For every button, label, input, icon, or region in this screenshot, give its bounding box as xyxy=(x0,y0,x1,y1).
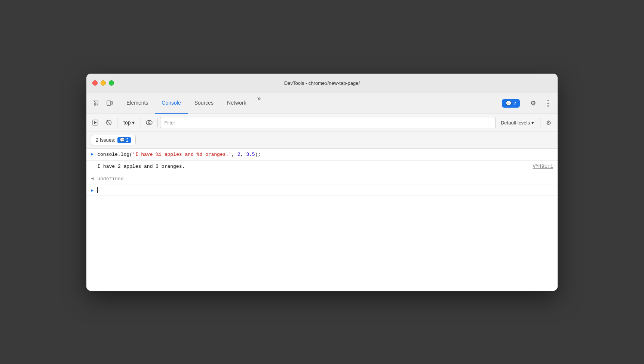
tab-console[interactable]: Console xyxy=(155,93,187,114)
tab-sources[interactable]: Sources xyxy=(188,93,220,114)
issues-pill-icon: 💬 xyxy=(120,138,125,142)
run-script-button[interactable] xyxy=(89,117,101,129)
undefined-content: undefined xyxy=(97,175,553,183)
console-entry-log-call: ▶ console.log('I have %i apples and %d o… xyxy=(86,149,558,161)
code-comma-1: , xyxy=(231,152,237,157)
toolbar-divider-1 xyxy=(117,118,117,127)
log-output-text: I have 2 apples and 3 oranges. xyxy=(97,163,185,170)
context-dropdown-arrow: ▾ xyxy=(132,120,135,126)
console-entry-log-output: ▶ I have 2 apples and 3 oranges. VM491:1 xyxy=(86,161,558,173)
right-divider xyxy=(523,98,523,108)
vm-link[interactable]: VM491:1 xyxy=(525,163,553,170)
code-num-2: 2 xyxy=(237,152,240,157)
devtools-window: DevTools - chrome://new-tab-page/ Elemen… xyxy=(86,74,558,291)
code-string-arg: 'I have %i apples and %d oranges.' xyxy=(132,152,231,157)
inspector-icon-button[interactable] xyxy=(89,96,103,110)
code-close-paren: ); xyxy=(255,152,261,157)
device-toolbar-icon-button[interactable] xyxy=(103,96,116,110)
console-prompt-entry[interactable]: ▶ xyxy=(86,185,558,196)
minimize-button[interactable] xyxy=(101,80,106,86)
issues-count: 2 xyxy=(513,101,516,106)
traffic-lights xyxy=(92,80,114,86)
live-expressions-button[interactable] xyxy=(143,117,155,129)
devtools-header: Elements Console Sources Network » 💬 2 ⚙… xyxy=(86,93,558,114)
main-tabs: Elements Console Sources Network » xyxy=(120,93,502,114)
issues-badge-button[interactable]: 💬 2 xyxy=(502,99,520,108)
toolbar-divider-2 xyxy=(141,118,141,127)
console-output: ▶ console.log('I have %i apples and %d o… xyxy=(86,149,558,291)
svg-point-7 xyxy=(146,120,152,125)
code-num-3-5: 3.5 xyxy=(246,152,255,157)
svg-line-6 xyxy=(107,121,111,125)
prompt-arrow: ▶ xyxy=(91,187,93,193)
issues-bar-label: 2 Issues: xyxy=(96,137,115,143)
tab-network[interactable]: Network xyxy=(220,93,253,114)
svg-marker-4 xyxy=(94,121,97,124)
tab-elements[interactable]: Elements xyxy=(120,93,155,114)
more-tabs-button[interactable]: » xyxy=(253,93,265,105)
return-arrow: ◀ xyxy=(91,175,93,181)
title-bar: DevTools - chrome://new-tab-page/ xyxy=(86,74,558,93)
undefined-text: undefined xyxy=(97,176,123,182)
svg-point-8 xyxy=(148,122,150,124)
clear-console-button[interactable] xyxy=(103,117,115,129)
log-output-row: I have 2 apples and 3 oranges. VM491:1 xyxy=(97,163,553,170)
default-levels-arrow: ▾ xyxy=(531,120,534,126)
header-right-actions: 💬 2 ⚙ ⋮ xyxy=(502,96,555,110)
context-label: top xyxy=(123,120,131,126)
default-levels-label: Default levels xyxy=(501,120,530,126)
code-comma-2: , xyxy=(240,152,246,157)
toolbar-divider-3 xyxy=(157,118,158,127)
window-title: DevTools - chrome://new-tab-page/ xyxy=(284,80,360,86)
filter-input[interactable] xyxy=(160,117,495,128)
toolbar-divider-4 xyxy=(540,118,540,127)
header-divider xyxy=(118,98,118,108)
more-options-button[interactable]: ⋮ xyxy=(541,96,555,110)
issues-pill-button[interactable]: 2 Issues: 💬 2 xyxy=(91,135,136,145)
issues-bar: 2 Issues: 💬 2 xyxy=(86,132,558,149)
console-settings-button[interactable]: ⚙ xyxy=(543,117,555,129)
console-toolbar: top ▾ Default levels ▾ ⚙ xyxy=(86,114,558,132)
console-entry-undefined: ◀ undefined xyxy=(86,173,558,185)
maximize-button[interactable] xyxy=(109,80,114,86)
issues-chat-icon: 💬 xyxy=(506,101,512,106)
settings-gear-button[interactable]: ⚙ xyxy=(526,96,540,110)
default-levels-dropdown[interactable]: Default levels ▾ xyxy=(497,118,538,127)
code-consolelog-prefix: console.log( xyxy=(97,152,132,157)
input-cursor xyxy=(97,187,98,193)
issues-pill-count: 2 xyxy=(126,138,129,143)
output-spacer: ▶ xyxy=(91,163,93,169)
prompt-input-area[interactable] xyxy=(97,187,553,193)
close-button[interactable] xyxy=(92,80,98,86)
context-selector[interactable]: top ▾ xyxy=(120,118,138,127)
log-call-code: console.log('I have %i apples and %d ora… xyxy=(97,151,553,158)
svg-rect-1 xyxy=(111,102,113,104)
issues-count-badge: 💬 2 xyxy=(117,137,131,143)
expand-arrow-log[interactable]: ▶ xyxy=(91,151,93,157)
